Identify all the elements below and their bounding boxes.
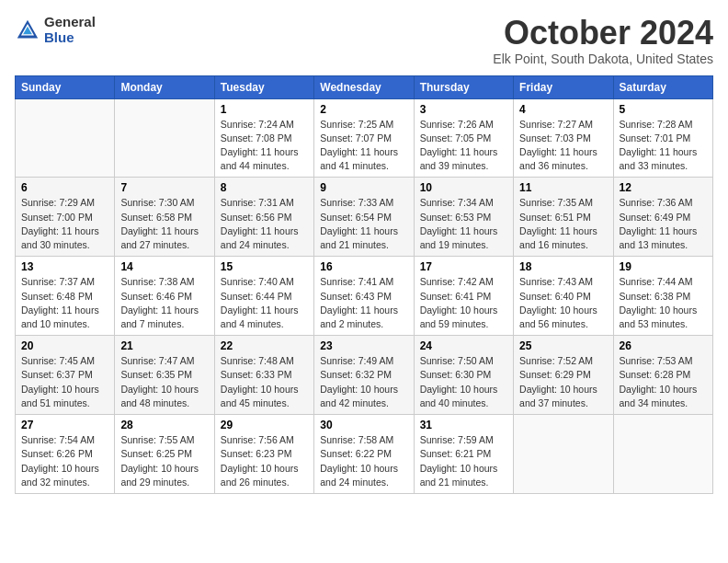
day-detail: Sunrise: 7:33 AM Sunset: 6:54 PM Dayligh… (320, 196, 407, 252)
calendar-cell: 17Sunrise: 7:42 AM Sunset: 6:41 PM Dayli… (414, 257, 513, 336)
weekday-header: Sunday (16, 75, 115, 98)
day-number: 6 (21, 181, 108, 194)
days-of-week-row: SundayMondayTuesdayWednesdayThursdayFrid… (16, 75, 713, 98)
logo-icon (15, 17, 40, 43)
day-detail: Sunrise: 7:54 AM Sunset: 6:26 PM Dayligh… (21, 433, 108, 489)
logo-blue-text: Blue (44, 30, 96, 46)
day-number: 16 (320, 260, 407, 273)
calendar-cell (514, 415, 613, 494)
day-detail: Sunrise: 7:24 AM Sunset: 7:08 PM Dayligh… (221, 118, 308, 174)
calendar-cell: 12Sunrise: 7:36 AM Sunset: 6:49 PM Dayli… (613, 178, 712, 257)
page-header: General Blue October 2024 Elk Point, Sou… (15, 15, 713, 66)
day-detail: Sunrise: 7:37 AM Sunset: 6:48 PM Dayligh… (21, 275, 108, 331)
day-number: 8 (221, 181, 308, 194)
calendar-week-row: 1Sunrise: 7:24 AM Sunset: 7:08 PM Daylig… (16, 98, 713, 178)
day-number: 31 (420, 419, 507, 431)
weekday-header: Saturday (613, 75, 712, 98)
calendar-cell (16, 98, 115, 178)
calendar-cell: 29Sunrise: 7:56 AM Sunset: 6:23 PM Dayli… (214, 415, 313, 494)
day-number: 23 (320, 339, 407, 352)
calendar-cell: 18Sunrise: 7:43 AM Sunset: 6:40 PM Dayli… (514, 257, 613, 336)
calendar-cell: 19Sunrise: 7:44 AM Sunset: 6:38 PM Dayli… (613, 257, 712, 336)
day-number: 22 (221, 339, 308, 352)
day-detail: Sunrise: 7:35 AM Sunset: 6:51 PM Dayligh… (519, 196, 607, 252)
calendar-cell: 1Sunrise: 7:24 AM Sunset: 7:08 PM Daylig… (214, 98, 313, 178)
location-text: Elk Point, South Dakota, United States (493, 52, 713, 66)
calendar-cell: 2Sunrise: 7:25 AM Sunset: 7:07 PM Daylig… (314, 98, 414, 178)
day-number: 21 (120, 339, 208, 352)
calendar-week-row: 6Sunrise: 7:29 AM Sunset: 7:00 PM Daylig… (16, 178, 713, 257)
day-number: 10 (420, 181, 507, 194)
calendar-cell: 8Sunrise: 7:31 AM Sunset: 6:56 PM Daylig… (214, 178, 313, 257)
calendar-cell: 4Sunrise: 7:27 AM Sunset: 7:03 PM Daylig… (514, 98, 613, 178)
calendar-week-row: 27Sunrise: 7:54 AM Sunset: 6:26 PM Dayli… (16, 415, 713, 494)
calendar-cell: 21Sunrise: 7:47 AM Sunset: 6:35 PM Dayli… (115, 336, 214, 415)
calendar-cell: 24Sunrise: 7:50 AM Sunset: 6:30 PM Dayli… (414, 336, 513, 415)
calendar-cell: 7Sunrise: 7:30 AM Sunset: 6:58 PM Daylig… (115, 178, 214, 257)
calendar-cell: 25Sunrise: 7:52 AM Sunset: 6:29 PM Dayli… (514, 336, 613, 415)
calendar-week-row: 13Sunrise: 7:37 AM Sunset: 6:48 PM Dayli… (16, 257, 713, 336)
day-number: 5 (620, 103, 707, 116)
day-number: 30 (320, 419, 407, 431)
calendar-cell: 26Sunrise: 7:53 AM Sunset: 6:28 PM Dayli… (613, 336, 712, 415)
day-detail: Sunrise: 7:31 AM Sunset: 6:56 PM Dayligh… (221, 196, 308, 252)
calendar-cell: 9Sunrise: 7:33 AM Sunset: 6:54 PM Daylig… (314, 178, 414, 257)
title-block: October 2024 Elk Point, South Dakota, Un… (493, 15, 713, 66)
calendar-cell: 13Sunrise: 7:37 AM Sunset: 6:48 PM Dayli… (16, 257, 115, 336)
calendar-cell: 15Sunrise: 7:40 AM Sunset: 6:44 PM Dayli… (214, 257, 313, 336)
day-detail: Sunrise: 7:25 AM Sunset: 7:07 PM Dayligh… (320, 118, 407, 174)
day-number: 25 (519, 339, 607, 352)
day-detail: Sunrise: 7:40 AM Sunset: 6:44 PM Dayligh… (221, 275, 308, 331)
calendar-week-row: 20Sunrise: 7:45 AM Sunset: 6:37 PM Dayli… (16, 336, 713, 415)
calendar-body: 1Sunrise: 7:24 AM Sunset: 7:08 PM Daylig… (16, 98, 713, 493)
day-detail: Sunrise: 7:47 AM Sunset: 6:35 PM Dayligh… (120, 354, 208, 410)
day-number: 4 (519, 103, 607, 116)
calendar-cell: 30Sunrise: 7:58 AM Sunset: 6:22 PM Dayli… (314, 415, 414, 494)
day-detail: Sunrise: 7:36 AM Sunset: 6:49 PM Dayligh… (620, 196, 707, 252)
day-detail: Sunrise: 7:48 AM Sunset: 6:33 PM Dayligh… (221, 354, 308, 410)
calendar-cell: 11Sunrise: 7:35 AM Sunset: 6:51 PM Dayli… (514, 178, 613, 257)
day-detail: Sunrise: 7:29 AM Sunset: 7:00 PM Dayligh… (21, 196, 108, 252)
day-number: 12 (620, 181, 707, 194)
day-detail: Sunrise: 7:42 AM Sunset: 6:41 PM Dayligh… (420, 275, 507, 331)
day-detail: Sunrise: 7:41 AM Sunset: 6:43 PM Dayligh… (320, 275, 407, 331)
day-number: 18 (519, 260, 607, 273)
calendar-cell: 3Sunrise: 7:26 AM Sunset: 7:05 PM Daylig… (414, 98, 513, 178)
calendar-cell: 16Sunrise: 7:41 AM Sunset: 6:43 PM Dayli… (314, 257, 414, 336)
calendar-table: SundayMondayTuesdayWednesdayThursdayFrid… (15, 75, 713, 494)
day-number: 3 (420, 103, 507, 116)
weekday-header: Friday (514, 75, 613, 98)
day-detail: Sunrise: 7:59 AM Sunset: 6:21 PM Dayligh… (420, 433, 507, 489)
logo-general-text: General (44, 15, 96, 30)
calendar-cell (613, 415, 712, 494)
day-number: 2 (320, 103, 407, 116)
calendar-cell: 28Sunrise: 7:55 AM Sunset: 6:25 PM Dayli… (115, 415, 214, 494)
day-number: 29 (221, 419, 308, 431)
day-number: 24 (420, 339, 507, 352)
calendar-cell: 20Sunrise: 7:45 AM Sunset: 6:37 PM Dayli… (16, 336, 115, 415)
calendar-cell: 22Sunrise: 7:48 AM Sunset: 6:33 PM Dayli… (214, 336, 313, 415)
day-number: 26 (620, 339, 707, 352)
weekday-header: Wednesday (314, 75, 414, 98)
day-number: 1 (221, 103, 308, 116)
day-detail: Sunrise: 7:34 AM Sunset: 6:53 PM Dayligh… (420, 196, 507, 252)
day-number: 14 (120, 260, 208, 273)
day-detail: Sunrise: 7:49 AM Sunset: 6:32 PM Dayligh… (320, 354, 407, 410)
calendar-cell (115, 98, 214, 178)
calendar-cell: 10Sunrise: 7:34 AM Sunset: 6:53 PM Dayli… (414, 178, 513, 257)
weekday-header: Tuesday (214, 75, 313, 98)
calendar-cell: 27Sunrise: 7:54 AM Sunset: 6:26 PM Dayli… (16, 415, 115, 494)
logo: General Blue (15, 15, 96, 45)
day-detail: Sunrise: 7:43 AM Sunset: 6:40 PM Dayligh… (519, 275, 607, 331)
day-number: 9 (320, 181, 407, 194)
day-detail: Sunrise: 7:45 AM Sunset: 6:37 PM Dayligh… (21, 354, 108, 410)
day-detail: Sunrise: 7:38 AM Sunset: 6:46 PM Dayligh… (120, 275, 208, 331)
calendar-cell: 23Sunrise: 7:49 AM Sunset: 6:32 PM Dayli… (314, 336, 414, 415)
day-number: 11 (519, 181, 607, 194)
day-detail: Sunrise: 7:50 AM Sunset: 6:30 PM Dayligh… (420, 354, 507, 410)
day-number: 7 (120, 181, 208, 194)
day-detail: Sunrise: 7:55 AM Sunset: 6:25 PM Dayligh… (120, 433, 208, 489)
day-number: 13 (21, 260, 108, 273)
weekday-header: Monday (115, 75, 214, 98)
calendar-cell: 6Sunrise: 7:29 AM Sunset: 7:00 PM Daylig… (16, 178, 115, 257)
